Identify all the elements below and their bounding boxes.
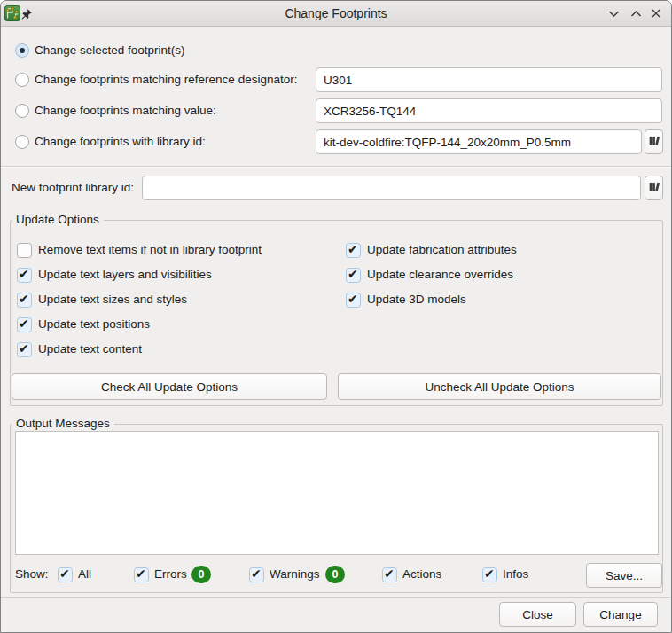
change-footprints-dialog: Change Footprints Change selected footpr… (0, 0, 672, 633)
checkbox-update-clearance-overrides[interactable] (346, 268, 361, 283)
save-button[interactable]: Save... (586, 563, 662, 588)
checkbox-update-fabrication-attributes-label: Update fabrication attributes (367, 242, 517, 258)
update-options-group-label: Update Options (12, 212, 104, 227)
warnings-count-badge: 0 (325, 566, 345, 583)
filter-all-label: All (78, 567, 91, 582)
radio-change-selected-label: Change selected footprint(s) (35, 43, 185, 59)
checkbox-update-3d-models-label: Update 3D models (367, 292, 466, 308)
checkbox-update-text-content-label: Update text content (38, 341, 142, 357)
library-id-input[interactable] (316, 129, 642, 154)
checkbox-update-fabrication-attributes[interactable] (346, 243, 361, 258)
separator (1, 166, 671, 168)
new-library-id-input[interactable] (142, 176, 641, 200)
library-books-icon (647, 134, 661, 151)
errors-count-badge: 0 (191, 566, 211, 583)
radio-match-value-label: Change footprints matching value: (35, 103, 216, 119)
radio-change-selected[interactable] (15, 43, 29, 58)
filter-infos-label: Infos (503, 567, 528, 582)
filter-all-checkbox[interactable] (58, 567, 73, 582)
change-button[interactable]: Change (583, 602, 658, 627)
filter-actions-label: Actions (402, 567, 441, 582)
filter-warnings-label: Warnings (270, 567, 320, 582)
checkbox-update-text-content[interactable] (17, 342, 32, 357)
filter-infos-checkbox[interactable] (482, 567, 497, 582)
checkbox-update-3d-models[interactable] (346, 293, 361, 308)
output-messages-area[interactable] (15, 431, 659, 555)
checkbox-update-text-layers[interactable] (17, 268, 32, 283)
checkbox-remove-text-items[interactable] (17, 243, 32, 258)
checkbox-update-text-positions[interactable] (17, 317, 32, 332)
radio-match-library-id-label: Change footprints with library id: (35, 134, 206, 150)
filter-actions-checkbox[interactable] (382, 567, 397, 582)
uncheck-all-button[interactable]: Uncheck All Update Options (338, 373, 661, 400)
checkbox-update-text-positions-label: Update text positions (38, 316, 150, 332)
titlebar[interactable]: Change Footprints (1, 1, 671, 27)
radio-match-value[interactable] (15, 104, 29, 118)
radio-match-reference[interactable] (15, 73, 29, 87)
chevron-down-icon[interactable] (605, 4, 622, 22)
checkbox-remove-text-items-label: Remove text items if not in library foot… (38, 242, 262, 258)
chevron-up-icon[interactable] (627, 4, 645, 22)
filter-errors-label: Errors (154, 567, 187, 582)
checkbox-update-text-layers-label: Update text layers and visibilities (38, 267, 212, 283)
window-title: Change Footprints (1, 1, 671, 26)
library-books-icon (647, 180, 661, 197)
radio-match-reference-label: Change footprints matching reference des… (35, 72, 297, 88)
separator (1, 597, 671, 598)
close-icon[interactable] (647, 4, 665, 22)
browse-new-library-button[interactable] (645, 176, 663, 200)
filter-warnings-checkbox[interactable] (249, 567, 264, 582)
output-messages-group-label: Output Messages (12, 416, 114, 431)
radio-match-library-id[interactable] (15, 135, 29, 149)
value-input[interactable] (316, 98, 662, 123)
new-library-id-label: New footprint library id: (12, 180, 134, 196)
checkbox-update-clearance-overrides-label: Update clearance overrides (367, 267, 513, 283)
close-button[interactable]: Close (499, 602, 576, 627)
reference-designator-input[interactable] (316, 67, 662, 92)
filter-errors-checkbox[interactable] (134, 567, 149, 582)
browse-library-button[interactable] (645, 129, 663, 154)
check-all-button[interactable]: Check All Update Options (12, 373, 327, 400)
checkbox-update-text-sizes-label: Update text sizes and styles (38, 292, 187, 308)
show-label: Show: (15, 567, 49, 582)
checkbox-update-text-sizes[interactable] (17, 293, 32, 308)
